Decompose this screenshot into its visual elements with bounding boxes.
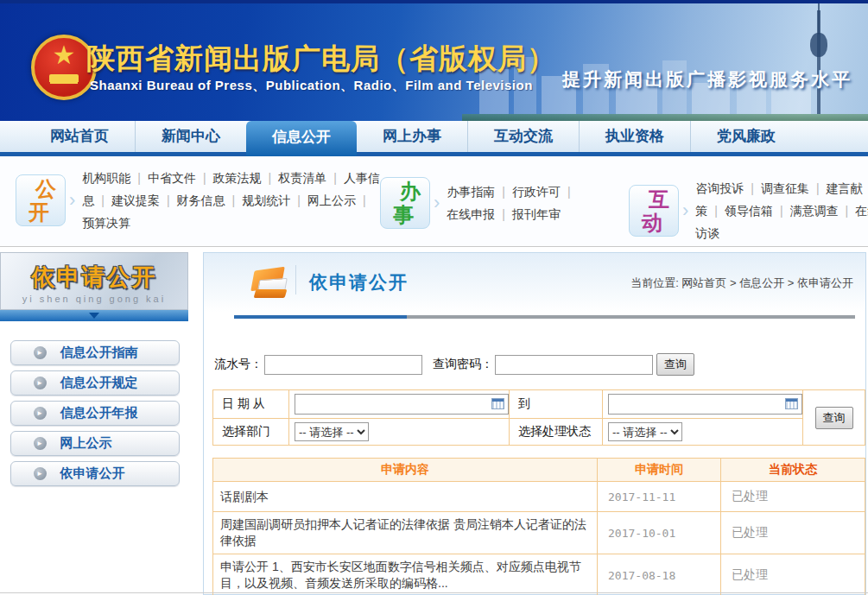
subnav-link[interactable]: 咨询投诉 [695,181,744,195]
subnav-link[interactable]: 财务信息 [160,193,225,207]
subnav-link[interactable]: 权责清单 [262,171,327,185]
nav-item-online-services[interactable]: 网上办事 [357,121,467,152]
triangle-down-icon [89,313,99,319]
sidebar-banner-strip [0,310,188,321]
nav-item-news[interactable]: 新闻中心 [135,121,246,152]
serial-search-form: 流水号： 查询密码： 查询 [214,353,865,376]
sidebar-banner-pinyin: yi shen qing gong kai [1,294,187,304]
sidebar-banner: 依申请公开 yi shen qing gong kai [0,252,188,310]
col-header-content: 申请内容 [213,459,598,482]
nav-item-qualification[interactable]: 执业资格 [579,121,690,152]
subnav-group-interaction: 互动 › 咨询投诉调查征集建言献策领导信箱满意调查在线访谈 [629,177,868,244]
results-table: 申请内容 申请时间 当前状态 话剧剧本 2017-11-11 已处理 周建国副调… [212,458,865,595]
head-separator [295,265,296,294]
subnav-link[interactable]: 中省文件 [130,171,196,185]
subnav-badge-interaction: 互动 [629,185,679,237]
subnav-link[interactable]: 网上公示 [290,193,356,207]
status-select[interactable]: -- 请选择 -- [608,422,682,441]
dept-label: 选择部门 [213,419,289,446]
subnav-link[interactable]: 行政许可 [495,185,561,199]
subnav-group-disclosure: 公开 › 机构职能中省文件政策法规权责清单人事信息建议提案财务信息规划统计网上公… [16,167,380,234]
subnav-link[interactable]: 满意调查 [773,204,839,218]
query-button[interactable]: 查询 [656,353,694,376]
book-icon [251,263,289,301]
request-time: 2017-08-18 [598,554,721,595]
sidebar-item-annual-report[interactable]: ► 信息公开年报 [10,401,180,426]
arrow-circle-icon: ► [34,407,47,420]
request-content-link[interactable]: 周建国副调研员扣押本人记者证的法律依据 贵局注销本人记者证的法律依据 [213,512,598,554]
breadcrumb[interactable]: 当前位置: 网站首页 > 信息公开 > 依申请公开 [630,275,853,291]
subnav-group-services: 办事 › 办事指南行政许可在线申报报刊年审 [380,177,585,229]
sidebar-item-guide[interactable]: ► 信息公开指南 [10,340,180,365]
request-status: 已处理 [721,482,865,512]
nav-item-home[interactable]: 网站首页 [24,121,135,152]
header-slogan: 提升新闻出版广播影视服务水平 [562,67,852,92]
filter-table: 日 期 从 到 查询 [212,389,865,446]
title-divider [234,315,855,319]
dept-select[interactable]: -- 请选择 -- [295,422,369,441]
subnav-badge-disclosure: 公开 [16,174,66,226]
chevron-right-icon: › [69,189,75,212]
sidebar-item-apply-disclosure[interactable]: ► 依申请公开 [10,461,180,486]
calendar-icon[interactable] [785,398,798,409]
sidebar-banner-title: 依申请公开 [1,262,187,293]
subnav-link[interactable]: 调查征集 [744,181,809,195]
main-nav: 网站首页 新闻中心 信息公开 网上办事 互动交流 执业资格 党风廉政 [0,121,868,152]
request-status: 已处理 [721,554,865,595]
sidebar: 依申请公开 yi shen qing gong kai ► 信息公开指南 ► 信… [0,252,189,595]
arrow-circle-icon: ► [34,346,47,359]
date-from-label: 日 期 从 [213,390,289,419]
main-panel: 依申请公开 当前位置: 网站首页 > 信息公开 > 依申请公开 流水号： 查询密… [203,252,866,595]
sidebar-item-public-notice[interactable]: ► 网上公示 [10,431,180,456]
sidebar-item-rules[interactable]: ► 信息公开规定 [10,370,180,396]
gate-icon [49,74,79,82]
col-header-time: 申请时间 [598,459,721,482]
table-header-row: 申请内容 申请时间 当前状态 [213,459,865,482]
request-time: 2017-11-11 [598,482,721,512]
footer-divider [0,592,868,593]
serial-label: 流水号： [214,357,263,372]
subnav-link[interactable]: 报刊年审 [495,207,561,221]
arrow-circle-icon: ► [34,437,47,450]
nav-item-party-conduct[interactable]: 党风廉政 [690,121,801,152]
request-status: 已处理 [721,512,865,554]
date-from-input[interactable] [295,394,509,415]
request-content-link[interactable]: 话剧剧本 [213,482,598,512]
status-label: 选择处理状态 [510,419,603,446]
subnav-link[interactable]: 规划统计 [225,193,291,207]
col-header-status: 当前状态 [721,459,865,482]
nav-item-interaction[interactable]: 互动交流 [467,121,579,152]
serial-input[interactable] [264,355,422,375]
site-header: ★ 陕西省新闻出版广电局（省版权局） Shaanxi Bureau of Pre… [0,0,868,121]
page-title: 依申请公开 [309,270,409,294]
subnav-badge-services: 办事 [380,177,430,229]
subnav: 公开 › 机构职能中省文件政策法规权责清单人事信息建议提案财务信息规划统计网上公… [0,156,868,247]
page: ★ 陕西省新闻出版广电局（省版权局） Shaanxi Bureau of Pre… [0,0,868,595]
site-subtitle: Shaanxi Bureau of Press、Publication、Radi… [90,78,533,94]
date-to-label: 到 [510,390,603,419]
arrow-circle-icon: ► [34,467,47,480]
site-title: 陕西省新闻出版广电局（省版权局） [86,40,556,79]
subnav-link[interactable]: 领导信箱 [707,204,773,218]
subnav-link[interactable]: 机构职能 [82,171,130,185]
query-password-input[interactable] [495,355,653,375]
subnav-link[interactable]: 建议提案 [94,193,160,207]
filter-query-button[interactable]: 查询 [815,407,853,429]
password-label: 查询密码： [433,357,493,372]
request-time: 2017-10-01 [598,512,721,554]
table-row: 周建国副调研员扣押本人记者证的法律依据 贵局注销本人记者证的法律依据 2017-… [213,512,865,554]
panel-head: 依申请公开 当前位置: 网站首页 > 信息公开 > 依申请公开 [204,253,865,312]
table-row: 话剧剧本 2017-11-11 已处理 [213,482,865,512]
nav-item-info-disclosure[interactable]: 信息公开 [246,121,357,156]
calendar-icon[interactable] [491,398,504,409]
chevron-right-icon: › [434,192,440,214]
star-icon: ★ [35,38,93,73]
request-content-link[interactable]: 申请公开 1、西安市长安区地面数字信号相关频点、对应频点电视节目，以及视频、音频… [213,554,598,595]
sidebar-menu: ► 信息公开指南 ► 信息公开规定 ► 信息公开年报 ► 网上公示 ► 依申请公… [0,340,189,486]
subnav-link[interactable]: 办事指南 [447,185,495,199]
date-to-input[interactable] [608,394,802,415]
subnav-link[interactable]: 政策法规 [196,171,262,185]
table-row: 申请公开 1、西安市长安区地面数字信号相关频点、对应频点电视节目，以及视频、音频… [213,554,865,595]
arrow-circle-icon: ► [34,377,47,389]
chevron-right-icon: › [682,199,688,222]
